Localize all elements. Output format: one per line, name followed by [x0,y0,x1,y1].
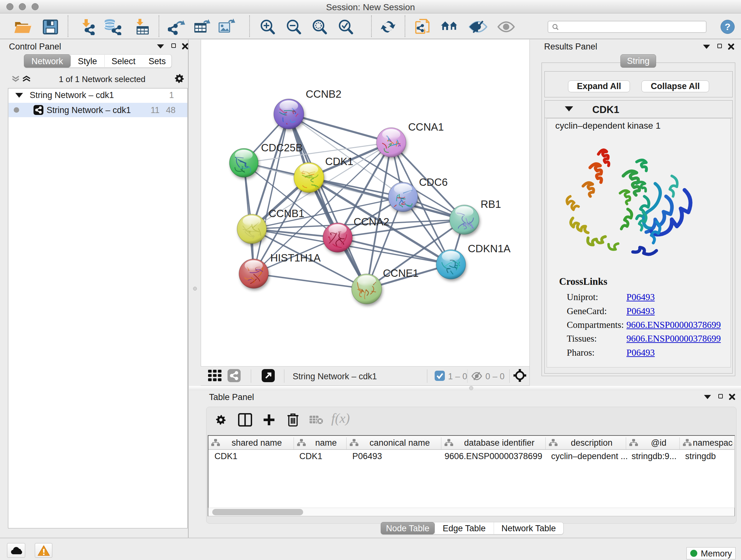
svg-text:CDC6: CDC6 [419,176,448,188]
svg-text:CDK1: CDK1 [325,155,353,167]
svg-text:CDC25B: CDC25B [261,142,302,153]
svg-text:RB1: RB1 [481,198,501,210]
svg-text:CCNE1: CCNE1 [383,267,419,279]
svg-text:CCNB2: CCNB2 [306,88,341,100]
svg-text:HIST1H1A: HIST1H1A [270,252,321,264]
svg-text:CCNB1: CCNB1 [269,207,305,219]
svg-text:CDKN1A: CDKN1A [468,243,511,254]
svg-text:CCNA2: CCNA2 [354,216,389,228]
svg-text:CCNA1: CCNA1 [408,121,444,133]
